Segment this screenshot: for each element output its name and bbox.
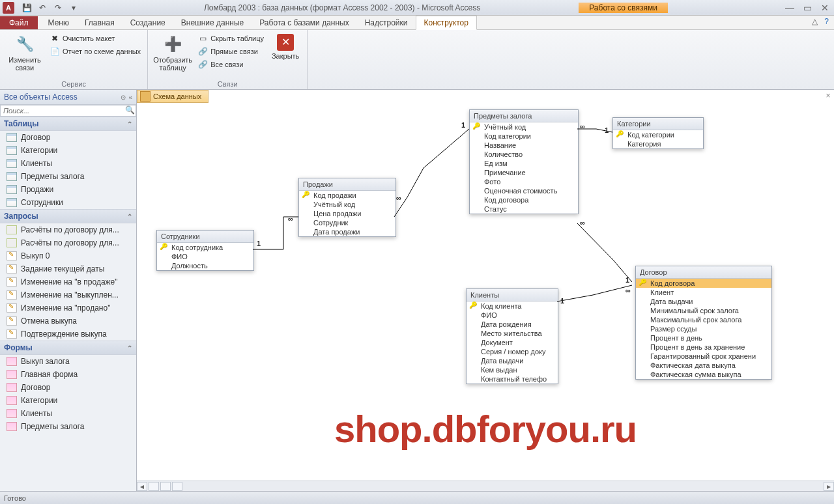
show-table-button[interactable]: ➕ Отобразить таблицу	[153, 33, 192, 73]
rel-one: 1	[257, 240, 261, 247]
search-icon[interactable]: 🔍	[124, 105, 136, 116]
table-icon	[7, 172, 17, 181]
ribbon-group-rel-label: Связи	[153, 79, 302, 88]
view-btn[interactable]	[172, 482, 182, 491]
nav-item-label: Договор	[21, 383, 50, 392]
rel-inf: ∞	[580, 122, 585, 130]
main-area: Все объекты Access ⊙ « 🔍 Таблицы⌃ Догово…	[0, 90, 834, 491]
view-btn[interactable]	[160, 482, 171, 491]
qat-dropdown-icon[interactable]: ▾	[68, 2, 79, 14]
all-rel-icon: 🔗	[197, 59, 208, 70]
nav-item[interactable]: Задание текущей даты	[0, 262, 136, 275]
nav-item-label: Клиенты	[21, 409, 52, 418]
nav-item[interactable]: Изменение на "продано"	[0, 301, 136, 315]
clear-label: Очистить макет	[63, 35, 115, 42]
hide-table-button[interactable]: ▭Скрыть таблицу	[196, 33, 265, 44]
nav-group-forms[interactable]: Формы⌃	[0, 341, 136, 355]
table-icon	[7, 146, 17, 155]
collapse-icon[interactable]: ⌃	[127, 344, 132, 352]
minimize-ribbon-icon[interactable]: △	[812, 17, 818, 26]
status-text: Готово	[4, 494, 26, 502]
nav-item[interactable]: Изменение на "в продаже"	[0, 275, 136, 288]
quick-access-toolbar: 💾 ↶ ↷ ▾	[21, 2, 79, 14]
scroll-right-icon[interactable]: ▸	[824, 482, 834, 491]
view-switch	[149, 482, 182, 491]
nav-item[interactable]: Клиенты	[0, 157, 136, 170]
nav-item-label: Предметы залога	[21, 422, 84, 431]
hide-table-label: Скрыть таблицу	[210, 35, 264, 42]
tab-dbtools[interactable]: Работа с базами данных	[252, 16, 356, 29]
redo-icon[interactable]: ↷	[52, 2, 64, 14]
nav-item[interactable]: Расчёты по договору для...	[0, 223, 136, 236]
nav-body[interactable]: Таблицы⌃ ДоговорКатегорииКлиентыПредметы…	[0, 117, 136, 491]
clear-layout-button[interactable]: ✖Очистить макет	[48, 33, 142, 44]
tab-addins[interactable]: Надстройки	[357, 16, 416, 29]
close-ribbon-icon: ✕	[277, 34, 294, 51]
chevron-down-icon[interactable]: ⊙	[121, 94, 126, 101]
update-icon	[7, 277, 17, 287]
nav-item[interactable]: Договор	[0, 131, 136, 144]
update-icon	[7, 290, 17, 300]
file-tab[interactable]: Файл	[0, 16, 38, 29]
restore-icon[interactable]: ▭	[803, 3, 812, 13]
nav-item-label: Выкуп залога	[21, 357, 70, 366]
collapse-icon[interactable]: ⌃	[127, 120, 132, 128]
nav-item[interactable]: Расчёты по договору для...	[0, 236, 136, 249]
relationship-report-button[interactable]: 📄Отчет по схеме данных	[48, 46, 142, 57]
nav-item[interactable]: Договор	[0, 381, 136, 394]
tab-home[interactable]: Главная	[77, 16, 122, 29]
nav-item[interactable]: Предметы залога	[0, 170, 136, 183]
nav-item[interactable]: Категории	[0, 144, 136, 157]
collapse-nav-icon[interactable]: «	[128, 94, 132, 101]
tab-design[interactable]: Конструктор	[416, 16, 477, 30]
nav-header-label: Все объекты Access	[4, 92, 78, 102]
nav-item[interactable]: Отмена выкупа	[0, 315, 136, 328]
horizontal-scrollbar[interactable]: ◂ ▸	[137, 481, 834, 491]
undo-icon[interactable]: ↶	[36, 2, 48, 14]
document-tab[interactable]: Схема данных	[137, 90, 208, 103]
close-icon[interactable]: ✕	[821, 3, 829, 13]
edit-relationships-button[interactable]: 🔧 Изменить связи	[5, 33, 44, 73]
view-btn[interactable]	[149, 482, 159, 491]
nav-item[interactable]: Категории	[0, 394, 136, 407]
close-button[interactable]: ✕ Закрыть	[269, 33, 302, 61]
nav-item[interactable]: Выкуп залога	[0, 355, 136, 368]
nav-search: 🔍	[0, 105, 136, 117]
document-close-icon[interactable]: ×	[824, 91, 833, 100]
show-table-label: Отобразить таблицу	[153, 56, 192, 72]
nav-item[interactable]: Предметы залога	[0, 420, 136, 433]
nav-group-queries[interactable]: Запросы⌃	[0, 209, 136, 223]
save-icon[interactable]: 💾	[21, 2, 33, 14]
tab-menu[interactable]: Меню	[40, 16, 77, 29]
tab-external[interactable]: Внешние данные	[173, 16, 252, 29]
help-icon[interactable]: ?	[824, 17, 829, 26]
contextual-tab-label: Работа со связями	[579, 3, 668, 13]
nav-item[interactable]: Клиенты	[0, 407, 136, 420]
nav-group-forms-label: Формы	[4, 343, 33, 352]
nav-search-input[interactable]	[1, 105, 124, 116]
nav-group-tables[interactable]: Таблицы⌃	[0, 117, 136, 131]
direct-rel-label: Прямые связи	[210, 48, 258, 55]
nav-item[interactable]: Выкуп 0	[0, 249, 136, 262]
nav-item-label: Главная форма	[21, 370, 78, 379]
rel-inf: ∞	[396, 194, 401, 202]
tab-create[interactable]: Создание	[122, 16, 173, 29]
collapse-icon[interactable]: ⌃	[127, 213, 132, 220]
design-canvas[interactable]: Схема данных × Сотрудники Код сотрудника…	[137, 90, 834, 491]
nav-item[interactable]: Продажи	[0, 183, 136, 196]
relationship-lines	[137, 103, 834, 481]
nav-item[interactable]: Сотрудники	[0, 196, 136, 209]
direct-rel-icon: 🔗	[197, 46, 208, 57]
nav-header[interactable]: Все объекты Access ⊙ «	[0, 90, 136, 105]
update-icon	[7, 251, 17, 260]
all-rel-button[interactable]: 🔗Все связи	[196, 59, 265, 70]
scroll-left-icon[interactable]: ◂	[137, 482, 147, 491]
nav-item-label: Отмена выкупа	[21, 316, 77, 326]
nav-item[interactable]: Изменение на "выкуплен...	[0, 288, 136, 301]
direct-rel-button[interactable]: 🔗Прямые связи	[196, 46, 265, 57]
nav-group-tables-label: Таблицы	[4, 119, 38, 128]
form-icon	[7, 370, 17, 379]
nav-item[interactable]: Подтверждение выкупа	[0, 328, 136, 341]
nav-item[interactable]: Главная форма	[0, 368, 136, 381]
minimize-icon[interactable]: —	[785, 3, 794, 13]
